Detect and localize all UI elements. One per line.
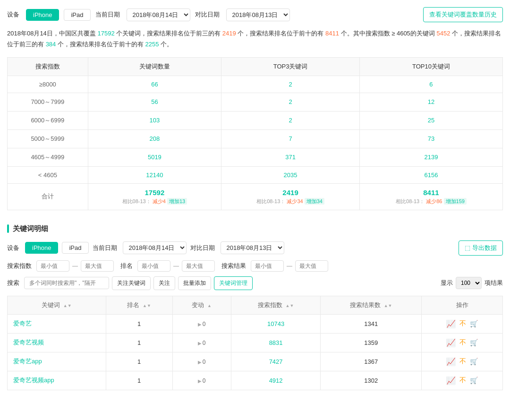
kw-count-cell: 5019 <box>88 148 221 166</box>
rank-sort-icon: ▲▼ <box>143 303 151 308</box>
section-header: 关键词明细 <box>7 224 503 233</box>
ban-icon[interactable]: 不 <box>459 357 466 366</box>
col-kw-count: 关键词数量 <box>88 57 221 76</box>
compare-date-select[interactable]: 2018年08月13日 <box>226 9 290 21</box>
chart-icon[interactable]: 📈 <box>446 357 456 366</box>
ipad-button[interactable]: iPad <box>64 9 90 21</box>
chart-icon[interactable]: 📈 <box>446 376 456 385</box>
action-cell: 📈 不 🛒 <box>422 333 503 352</box>
search-index-max[interactable] <box>81 260 114 272</box>
detail-iphone-button[interactable]: iPhone <box>25 242 58 254</box>
rank-min[interactable] <box>137 260 170 272</box>
delta-sort-icon: ▲ <box>207 303 212 308</box>
current-date-label: 当前日期 <box>95 10 120 19</box>
current-date-select[interactable]: 2018年08月14日 <box>127 9 190 21</box>
detail-table: 关键词 ▲▼ 排名 ▲▼ 变动 ▲ 搜索指数 ▲▼ 搜索结果数 ▲▼ 操作 爱奇… <box>7 296 503 390</box>
search-row: 搜索 关注关键词 关注 批量添加 关键词管理 显示 100 50 200 项结果 <box>7 276 503 290</box>
delta-cell: ▶ 0 <box>172 352 231 371</box>
search-index-cell: 7427 <box>231 352 320 371</box>
index-cell: 6000～6999 <box>8 111 88 129</box>
si-sort-icon: ▲▼ <box>286 303 294 308</box>
iphone-button[interactable]: iPhone <box>26 9 59 21</box>
ban-icon[interactable]: 不 <box>459 319 466 328</box>
list-item: 爱奇艺app 1 ▶ 0 7427 1367 📈 不 🛒 <box>8 352 503 371</box>
history-button[interactable]: 查看关键词覆盖数量历史 <box>423 7 503 22</box>
search-index-min[interactable] <box>36 260 69 272</box>
filter-inputs-row: 搜索指数 — 排名 — 搜索结果 — <box>7 260 503 272</box>
rank-max[interactable] <box>182 260 215 272</box>
result-count-cell: 1367 <box>321 352 422 371</box>
top3-cell: 371 <box>221 148 360 166</box>
action-cell: 📈 不 🛒 <box>422 314 503 333</box>
kw-cell[interactable]: 爱奇艺视频app <box>8 371 106 390</box>
results-label: 项结果 <box>484 279 503 287</box>
chart-icon[interactable]: 📈 <box>446 338 456 347</box>
kw-count-cell: 208 <box>88 129 221 148</box>
search-input[interactable] <box>24 277 109 289</box>
detail-filter-row: 设备 iPhone iPad 当前日期 2018年08月14日 对比日期 201… <box>7 240 503 256</box>
kw-count-cell: 66 <box>88 76 221 93</box>
cart-icon[interactable]: 🛒 <box>470 358 478 365</box>
summary-date: 2018年08月14日 <box>7 30 53 37</box>
result-count-cell: 1302 <box>321 371 422 390</box>
cart-icon[interactable]: 🛒 <box>470 377 478 384</box>
detail-col-delta[interactable]: 变动 ▲ <box>172 296 231 314</box>
total-kw-count: 17592 相比08-13： 减少4 增加13 <box>88 183 221 210</box>
index-cell: ≥8000 <box>8 76 88 93</box>
top10-cell: 25 <box>359 111 502 129</box>
col-top10: TOP10关键词 <box>359 57 502 76</box>
delta-cell: ▶ 0 <box>172 314 231 333</box>
index-cell: 4605～4999 <box>8 148 88 166</box>
cart-icon[interactable]: 🛒 <box>470 339 478 346</box>
rc-sort-icon: ▲▼ <box>384 303 392 308</box>
index-threshold: 4605 <box>397 30 410 37</box>
high-top10: 2255 <box>145 41 159 48</box>
detail-col-search-index[interactable]: 搜索指数 ▲▼ <box>231 296 320 314</box>
top10-cell: 6 <box>359 76 502 93</box>
list-item: 爱奇艺视频 1 ▶ 0 8831 1359 📈 不 🛒 <box>8 333 503 352</box>
detail-col-action: 操作 <box>422 296 503 314</box>
kw-count-cell: 56 <box>88 93 221 111</box>
result-min[interactable] <box>251 260 284 272</box>
follow-kw-button[interactable]: 关注关键词 <box>112 276 151 290</box>
ban-icon[interactable]: 不 <box>459 338 466 347</box>
search-index-cell: 10743 <box>231 314 320 333</box>
rank-cell: 1 <box>106 314 172 333</box>
chart-icon[interactable]: 📈 <box>446 319 456 328</box>
total-top10: 8411 相比08-13： 减少86 增加159 <box>359 183 502 210</box>
result-max[interactable] <box>295 260 328 272</box>
kw-cell[interactable]: 爱奇艺视频 <box>8 333 106 352</box>
top10-cell: 73 <box>359 129 502 148</box>
rank-filter-label: 排名 <box>120 262 133 270</box>
ban-icon[interactable]: 不 <box>459 376 466 385</box>
kw-manage-button[interactable]: 关键词管理 <box>214 276 253 290</box>
section-title: 关键词明细 <box>13 224 48 233</box>
batch-add-button[interactable]: 批量添加 <box>178 276 211 290</box>
display-select[interactable]: 100 50 200 <box>456 277 482 289</box>
follow-button[interactable]: 关注 <box>153 276 175 290</box>
table-row: 6000～6999 103 2 25 <box>8 111 503 129</box>
detail-ipad-button[interactable]: iPad <box>62 242 88 254</box>
detail-col-keyword[interactable]: 关键词 ▲▼ <box>8 296 106 314</box>
summary-text: 2018年08月14日，中国区共覆盖 17592 个关键词，搜索结果排名位于前三… <box>7 28 503 50</box>
detail-current-date-select[interactable]: 2018年08月14日 <box>123 241 187 254</box>
compare-date-label: 对比日期 <box>195 10 220 19</box>
cart-icon[interactable]: 🛒 <box>470 320 478 327</box>
action-cell: 📈 不 🛒 <box>422 352 503 371</box>
detail-col-rank[interactable]: 排名 ▲▼ <box>106 296 172 314</box>
detail-compare-date-select[interactable]: 2018年08月13日 <box>221 241 284 254</box>
result-count-cell: 1341 <box>321 314 422 333</box>
search-index-cell: 8831 <box>231 333 320 352</box>
kw-count-cell: 12140 <box>88 166 221 183</box>
rank-cell: 1 <box>106 371 172 390</box>
table-row: < 4605 12140 2035 6156 <box>8 166 503 183</box>
index-cell: 7000～7999 <box>8 93 88 111</box>
export-button[interactable]: ⬚ 导出数据 <box>459 240 503 256</box>
kw-cell[interactable]: 爱奇艺 <box>8 314 106 333</box>
action-cell: 📈 不 🛒 <box>422 371 503 390</box>
detail-col-result-count[interactable]: 搜索结果数 ▲▼ <box>321 296 422 314</box>
total-label: 合计 <box>8 183 88 210</box>
detail-compare-date-label: 对比日期 <box>190 244 215 252</box>
kw-cell[interactable]: 爱奇艺app <box>8 352 106 371</box>
top10-kw: 8411 <box>325 30 339 37</box>
